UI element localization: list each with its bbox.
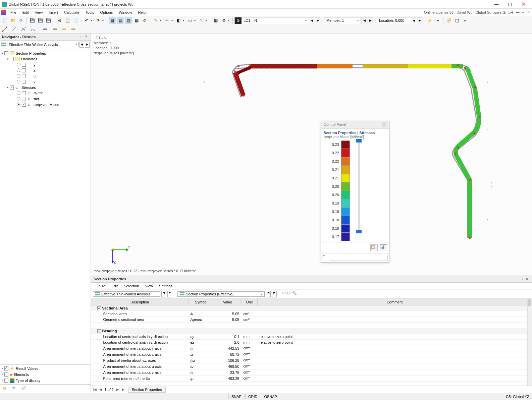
draw-tool4-icon[interactable]: ▭ xyxy=(186,17,194,24)
element-tool-icon[interactable] xyxy=(42,26,49,33)
table-row[interactable] xyxy=(91,323,532,328)
print-icon[interactable]: 🖨 xyxy=(56,17,63,24)
menu-edit[interactable]: Edit xyxy=(19,10,32,15)
cp-edit-input[interactable] xyxy=(330,255,388,261)
tree-section-properties[interactable]: ▾ Section Properties xyxy=(1,50,90,56)
more2-button[interactable]: » xyxy=(461,17,469,24)
sp-analysis-prev[interactable]: ◀ xyxy=(161,291,166,297)
sp-tab-section-properties[interactable]: Section Properties xyxy=(128,387,166,393)
sp-next-page[interactable]: ▶ xyxy=(116,388,119,391)
loc-prev-button[interactable]: ◀ xyxy=(411,17,416,24)
sp-table-selector[interactable]: Section Properties (Effective) ▾ xyxy=(177,291,265,297)
cp-range-slider[interactable] xyxy=(358,140,360,232)
table-row[interactable]: Sectional areaA5.05cm² xyxy=(91,311,532,317)
element-tool3-icon[interactable] xyxy=(61,26,67,33)
sp-first-page[interactable]: |◀ xyxy=(93,388,97,391)
control-panel[interactable]: Control Panel Section Properties | Stres… xyxy=(321,121,389,263)
tree-stress-xtot[interactable]: ↯σₓ,tot xyxy=(1,90,90,96)
more-button[interactable]: » xyxy=(434,17,441,24)
th-value[interactable]: Value xyxy=(214,299,242,305)
sp-export-btn[interactable]: 0.00 xyxy=(282,291,289,297)
sp-menu-view[interactable]: View xyxy=(142,283,156,289)
sp-find-btn[interactable]: 🔍 xyxy=(291,291,298,297)
draw-tool1-icon[interactable]: ✎ xyxy=(152,17,159,24)
tree-elements[interactable]: ▸▰Elements xyxy=(1,372,90,378)
cp-btn1[interactable]: 📋 xyxy=(370,244,378,251)
calculate-button[interactable]: ⚡ xyxy=(426,17,433,24)
view-mode1-icon[interactable]: ▦ xyxy=(109,17,116,24)
menu-tools[interactable]: Tools xyxy=(83,10,97,15)
table-row[interactable]: Area moment of inertia about y-axisIy442… xyxy=(91,345,532,351)
nav-sel-prev[interactable]: ◀ xyxy=(79,42,84,48)
nav-footer-icon3[interactable]: 📈 xyxy=(21,386,28,392)
sp-scrollbar[interactable] xyxy=(527,299,532,386)
tree-ord-z[interactable]: z xyxy=(1,67,90,73)
mdi-close[interactable]: ✕ xyxy=(526,10,531,15)
lc-prev-button[interactable]: ◀ xyxy=(309,17,314,24)
view-mode4-icon[interactable]: ▦ xyxy=(133,17,140,24)
sp-last-page[interactable]: ▶| xyxy=(122,388,125,391)
tree-result-values[interactable]: ▸⚡Result Values xyxy=(1,365,90,372)
table-row[interactable]: Product of inertia about y,z-axesIyz106.… xyxy=(91,357,532,363)
sp-menu-selection[interactable]: Selection xyxy=(121,283,142,289)
table-row[interactable]: Polar area moment of inertiaIp493.25cm⁴ xyxy=(91,376,532,382)
sp-pin-button[interactable]: ▫ xyxy=(520,277,525,281)
grid-icon[interactable]: ▦ xyxy=(212,17,219,24)
sp-prev-page[interactable]: ◀ xyxy=(99,388,102,391)
nav-footer-icon1[interactable]: ▤ xyxy=(3,386,9,392)
member-next-button[interactable]: ▶ xyxy=(368,17,373,24)
nav-sel-next[interactable]: ▶ xyxy=(85,42,90,48)
status-osnap[interactable]: OSNAP xyxy=(261,394,280,399)
table-row[interactable]: Area moment of inertia about u-axisIu469… xyxy=(91,363,532,369)
table-row[interactable]: Location of centroidal axis in z-directi… xyxy=(91,340,532,345)
tree-stress-vm[interactable]: ↯σeqv,von Mises xyxy=(1,102,90,107)
tree-stresses[interactable]: ▾↯ Stresses xyxy=(1,84,90,90)
lc-next-button[interactable]: ▶ xyxy=(315,17,320,24)
th-symbol[interactable]: Symbol xyxy=(189,299,214,305)
sp-table-prev[interactable]: ◀ xyxy=(266,291,271,297)
cp-close-button[interactable] xyxy=(382,122,386,127)
sp-analysis-next[interactable]: ▶ xyxy=(167,291,172,297)
cp-btn2[interactable]: 📊 xyxy=(380,244,387,251)
th-unit[interactable]: Unit xyxy=(242,299,258,305)
sp-table-next[interactable]: ▶ xyxy=(272,291,277,297)
table-row[interactable]: Location of centroidal axis in y-directi… xyxy=(91,334,532,340)
save-icon[interactable]: 💾 xyxy=(29,17,36,24)
undo-icon[interactable]: ↶ xyxy=(83,17,90,24)
view-mode2-icon[interactable]: ▤ xyxy=(117,17,124,24)
tree-ord-u[interactable]: u xyxy=(1,73,90,79)
sp-menu-edit[interactable]: Edit xyxy=(109,283,120,289)
sp-close-button[interactable]: ✕ xyxy=(525,277,529,281)
minimize-button[interactable]: — xyxy=(490,0,503,8)
tree-ordinates[interactable]: ▾ Ordinates xyxy=(1,56,90,62)
mdi-minimize[interactable]: — xyxy=(515,10,520,15)
member-prev-button[interactable]: ◀ xyxy=(362,17,367,24)
mdi-restore[interactable]: ▫ xyxy=(521,10,525,15)
analysis-selector[interactable]: Effective Thin-Walled Analysis ▾ xyxy=(7,42,79,47)
table-row[interactable]: −Bending xyxy=(91,328,532,334)
tree-type-of-display[interactable]: ▸Type of display xyxy=(1,378,90,384)
maximize-button[interactable]: ▢ xyxy=(503,0,517,8)
navigator-pin-button[interactable]: ▫ xyxy=(78,35,83,39)
element-tool4-icon[interactable] xyxy=(70,26,77,33)
draw-tool5-icon[interactable]: ✎ xyxy=(198,17,205,24)
status-grid[interactable]: GRID xyxy=(245,394,261,399)
menu-options[interactable]: Options xyxy=(97,10,116,15)
menu-view[interactable]: View xyxy=(32,10,46,15)
th-comment[interactable]: Comment xyxy=(258,299,532,305)
close-button[interactable]: ✕ xyxy=(517,0,530,8)
stress-btn-icon[interactable]: σ xyxy=(141,17,148,24)
arc-tool-icon[interactable] xyxy=(30,26,36,33)
menu-help[interactable]: Help xyxy=(135,10,149,15)
menu-calculate[interactable]: Calculate xyxy=(61,10,83,15)
menu-insert[interactable]: Insert xyxy=(46,10,61,15)
line-tool-icon[interactable] xyxy=(11,26,17,33)
th-description[interactable]: Description xyxy=(91,299,189,305)
node-tool-icon[interactable] xyxy=(1,26,8,33)
save-as-icon[interactable]: 💾 xyxy=(37,17,44,24)
table-row[interactable]: −Sectional Area xyxy=(91,305,532,311)
reload-icon[interactable]: ⟳ xyxy=(17,17,25,24)
tree-stress-tau[interactable]: ↯τtot xyxy=(1,96,90,102)
open-file-icon[interactable]: 📂 xyxy=(9,17,17,24)
view-xyz-icon[interactable]: 🧭 xyxy=(445,17,453,24)
